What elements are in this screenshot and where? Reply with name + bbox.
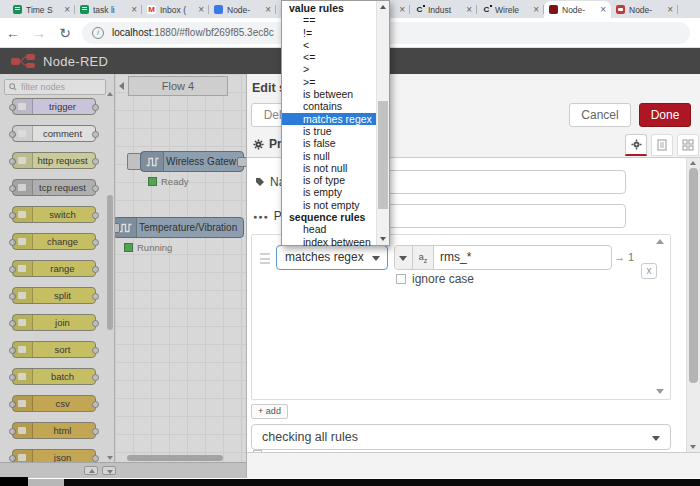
browser-tab[interactable]: M Inbox ( × bbox=[142, 1, 209, 18]
edit-overlay-shade bbox=[0, 74, 248, 478]
rule-operator-select[interactable]: matches regex bbox=[276, 245, 388, 270]
dropdown-option[interactable]: is empty bbox=[282, 186, 376, 198]
dropdown-option[interactable]: is not empty bbox=[282, 199, 376, 211]
chevron-down-icon bbox=[399, 256, 407, 261]
ignore-case-label: ignore case bbox=[412, 272, 474, 286]
dropdown-option[interactable]: contains bbox=[282, 100, 376, 112]
dropdown-option[interactable]: == bbox=[282, 14, 376, 26]
tray-scrollbar-thumb[interactable] bbox=[689, 168, 698, 383]
browser-tab[interactable]: Time S × bbox=[8, 1, 75, 18]
tab-favicon: M bbox=[147, 5, 156, 14]
done-button[interactable]: Done bbox=[639, 103, 691, 127]
tab-favicon: C bbox=[415, 5, 424, 14]
dropdown-option[interactable]: is of type bbox=[282, 174, 376, 186]
app-title: Node-RED bbox=[43, 54, 108, 69]
browser-tab[interactable]: Node- × bbox=[611, 1, 678, 18]
browser-tab[interactable]: C Indust × bbox=[410, 1, 477, 18]
dropdown-option[interactable]: head bbox=[282, 223, 376, 235]
string-type-icon: az bbox=[413, 246, 434, 269]
check-mode-select[interactable]: checking all rules bbox=[251, 424, 671, 450]
gear-icon bbox=[631, 139, 642, 150]
dropdown-option[interactable]: is between bbox=[282, 88, 376, 100]
dropdown-option[interactable]: index between bbox=[282, 236, 376, 248]
page-info-icon[interactable]: i bbox=[92, 27, 104, 39]
tab-close-icon[interactable]: × bbox=[399, 5, 405, 15]
scroll-up-button[interactable] bbox=[377, 1, 389, 13]
nodered-logo-icon bbox=[10, 53, 36, 69]
tab-favicon: C bbox=[482, 5, 491, 14]
drag-handle-icon[interactable] bbox=[260, 253, 270, 264]
tab-title: task li bbox=[93, 5, 129, 15]
screen: Time S × task li × M Inbox ( × Node- × bbox=[0, 0, 700, 486]
scroll-down-icon[interactable] bbox=[690, 445, 696, 449]
scroll-down-button[interactable] bbox=[377, 233, 389, 245]
tab-favicon bbox=[214, 5, 223, 14]
tab-description[interactable] bbox=[651, 134, 673, 156]
tab-favicon bbox=[616, 5, 625, 14]
dropdown-option[interactable]: sequence rules bbox=[282, 211, 376, 223]
tab-close-icon[interactable]: × bbox=[667, 5, 673, 15]
tab-favicon bbox=[80, 5, 89, 14]
dropdown-option[interactable]: matches regex bbox=[282, 113, 376, 125]
dropdown-option[interactable]: > bbox=[282, 63, 376, 75]
browser-tab[interactable]: Node- × bbox=[544, 1, 611, 18]
dropdown-option[interactable]: is not null bbox=[282, 162, 376, 174]
cancel-button[interactable]: Cancel bbox=[569, 103, 631, 127]
dropdown-option[interactable]: <= bbox=[282, 51, 376, 63]
rule-remove-button[interactable]: x bbox=[641, 263, 657, 279]
browser-tab[interactable]: task li × bbox=[75, 1, 142, 18]
rule-value-field[interactable]: az rms_* bbox=[394, 245, 612, 270]
dropdown-options: value rules == != < <= > >= is between c… bbox=[282, 2, 376, 248]
appearance-icon bbox=[682, 139, 694, 151]
ignore-case-row[interactable]: ignore case bbox=[396, 272, 474, 286]
rules-list: matches regex az rms_* → 1 x ignore case bbox=[251, 234, 671, 400]
scroll-up-icon[interactable] bbox=[690, 161, 696, 165]
dropdown-scrollbar-thumb[interactable] bbox=[378, 101, 388, 209]
dropdown-option[interactable]: < bbox=[282, 39, 376, 51]
tab-title: Indust bbox=[428, 5, 464, 15]
url-text: localhost:1880/#flow/bf269f85.3ec8c bbox=[112, 27, 274, 38]
back-icon[interactable]: ← bbox=[0, 25, 26, 41]
operator-dropdown: value rules == != < <= > >= is between c… bbox=[281, 0, 390, 246]
tab-title: Node- bbox=[629, 5, 665, 15]
tab-close-icon[interactable]: × bbox=[466, 5, 472, 15]
dropdown-scrollbar[interactable] bbox=[376, 1, 389, 245]
tab-close-icon[interactable]: × bbox=[533, 5, 539, 15]
bottom-bar-segment bbox=[0, 477, 28, 486]
rules-scroll-down-icon[interactable] bbox=[656, 389, 664, 394]
rule-value-text[interactable]: rms_* bbox=[434, 246, 611, 269]
dropdown-option[interactable]: is false bbox=[282, 137, 376, 149]
chevron-down-icon bbox=[372, 256, 380, 261]
dropdown-option[interactable]: is null bbox=[282, 150, 376, 162]
ignore-case-checkbox[interactable] bbox=[396, 274, 406, 284]
tab-close-icon[interactable]: × bbox=[198, 5, 204, 15]
tab-title: Inbox ( bbox=[160, 5, 196, 15]
tab-properties[interactable] bbox=[625, 134, 647, 156]
browser-tab[interactable]: C Wirele × bbox=[477, 1, 544, 18]
tab-close-icon[interactable]: × bbox=[131, 5, 137, 15]
ellipsis-icon: ●●● bbox=[253, 213, 269, 220]
tab-close-icon[interactable]: × bbox=[600, 5, 606, 15]
gear-icon bbox=[253, 139, 264, 150]
forward-icon[interactable]: → bbox=[26, 25, 52, 41]
dropdown-option[interactable]: is true bbox=[282, 125, 376, 137]
tab-title: Wirele bbox=[495, 5, 531, 15]
document-icon bbox=[657, 139, 667, 151]
tab-close-icon[interactable]: × bbox=[265, 5, 271, 15]
chevron-down-icon bbox=[652, 436, 660, 441]
tab-title: Node- bbox=[562, 5, 598, 15]
rule-output-indicator: → 1 bbox=[614, 251, 634, 263]
bottom-bar bbox=[64, 479, 700, 486]
dropdown-option[interactable]: value rules bbox=[282, 2, 376, 14]
tray-scrollbar[interactable] bbox=[686, 158, 700, 452]
dropdown-option[interactable]: >= bbox=[282, 76, 376, 88]
workspace: filter nodes trigger comment bbox=[0, 74, 248, 478]
tab-appearance[interactable] bbox=[677, 134, 699, 156]
reload-icon[interactable]: ↻ bbox=[52, 25, 78, 41]
browser-tab[interactable]: Node- × bbox=[209, 1, 276, 18]
rules-scroll-up-icon[interactable] bbox=[656, 239, 664, 244]
type-select-button[interactable] bbox=[395, 246, 413, 269]
tab-close-icon[interactable]: × bbox=[64, 5, 70, 15]
dropdown-option[interactable]: != bbox=[282, 27, 376, 39]
add-rule-button[interactable]: + add bbox=[251, 404, 288, 419]
